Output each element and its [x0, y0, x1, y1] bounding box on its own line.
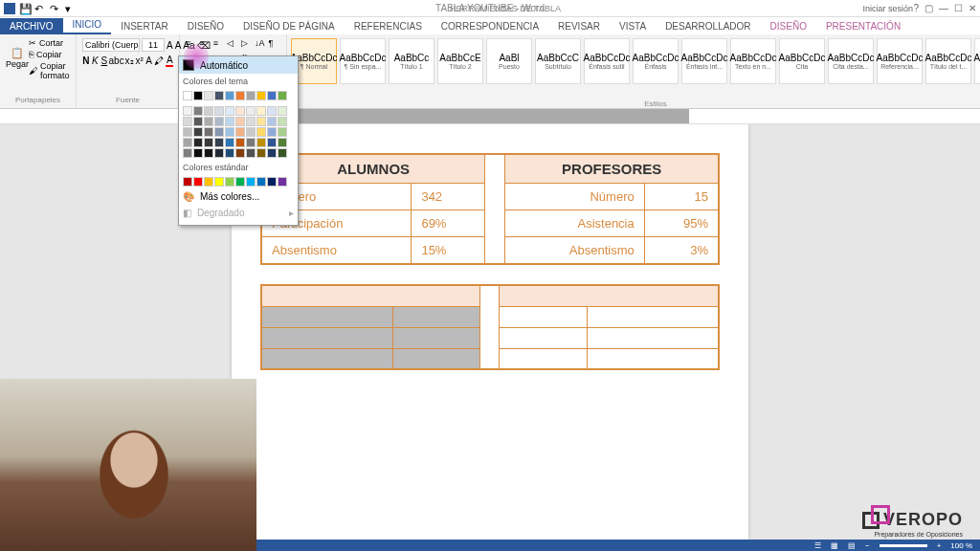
tab-diseno[interactable]: DISEÑO	[178, 18, 234, 34]
color-swatch[interactable]	[204, 148, 213, 158]
color-swatch[interactable]	[225, 127, 234, 137]
style-t-tulo-1[interactable]: AaBbCcTítulo 1	[389, 38, 434, 84]
color-automatic[interactable]: Automático	[179, 56, 298, 74]
color-swatch[interactable]	[193, 138, 203, 147]
cell[interactable]	[588, 348, 719, 369]
color-swatch[interactable]	[225, 138, 234, 147]
ribbon-collapse-icon[interactable]: ▢	[924, 3, 933, 13]
color-swatch[interactable]	[193, 177, 203, 187]
help-icon[interactable]: ?	[913, 3, 919, 13]
color-swatch[interactable]	[183, 91, 192, 100]
color-swatch[interactable]	[267, 127, 277, 137]
color-swatch[interactable]	[214, 138, 224, 147]
color-swatch[interactable]	[256, 177, 266, 187]
sort-button[interactable]: ↓A	[255, 38, 266, 52]
redo-icon[interactable]: ↷	[50, 3, 61, 14]
underline-button[interactable]: S	[100, 54, 108, 67]
undo-icon[interactable]: ↶	[34, 3, 46, 14]
cell-selected[interactable]	[261, 327, 392, 348]
style--nfasis-sutil[interactable]: AaBbCcDcÉnfasis sutil	[584, 38, 630, 84]
paste-button[interactable]: 📋 Pegar	[6, 38, 29, 77]
qat-more-icon[interactable]: ▾	[65, 3, 77, 14]
color-swatch[interactable]	[193, 117, 203, 126]
color-swatch[interactable]	[246, 91, 256, 100]
color-swatch[interactable]	[183, 138, 192, 147]
color-swatch[interactable]	[193, 148, 203, 158]
color-swatch[interactable]	[235, 138, 245, 147]
page[interactable]: ALUMNOS PROFESORES Número 342 Número 15 …	[232, 124, 748, 540]
maximize-icon[interactable]: ☐	[954, 3, 963, 13]
cell[interactable]	[500, 306, 588, 327]
cell[interactable]: Número	[505, 184, 644, 210]
style-cita[interactable]: AaBbCcDcCita	[779, 38, 825, 84]
color-swatch[interactable]	[214, 106, 224, 116]
tab-diseno-pagina[interactable]: DISEÑO DE PÁGINA	[234, 18, 345, 34]
color-swatch[interactable]	[267, 106, 277, 116]
style-cita-desta-[interactable]: AaBbCcDcCita desta...	[828, 38, 874, 84]
zoom-level[interactable]: 100 %	[950, 541, 972, 550]
color-swatch[interactable]	[278, 138, 287, 147]
copy-button[interactable]: ⎘Copiar	[29, 50, 70, 59]
tab-referencias[interactable]: REFERENCIAS	[345, 18, 432, 34]
grow-font-icon[interactable]: A	[167, 38, 173, 52]
color-swatch[interactable]	[235, 148, 245, 158]
cell[interactable]: 3%	[644, 237, 719, 265]
table-1[interactable]: ALUMNOS PROFESORES Número 342 Número 15 …	[260, 153, 720, 265]
cell[interactable]	[588, 327, 719, 348]
style-subt-tulo[interactable]: AaBbCcCSubtítulo	[535, 38, 581, 84]
color-swatch[interactable]	[235, 117, 245, 126]
italic-button[interactable]: K	[92, 54, 100, 67]
color-swatch[interactable]	[267, 138, 277, 147]
color-swatch[interactable]	[256, 127, 266, 137]
tab-table-diseno[interactable]: DISEÑO	[761, 18, 816, 34]
color-swatch[interactable]	[256, 148, 266, 158]
color-swatch[interactable]	[278, 177, 287, 187]
sign-in-link[interactable]: Iniciar sesión	[862, 4, 913, 13]
gradient-menu[interactable]: ◧Degradado▸	[179, 205, 298, 221]
color-swatch[interactable]	[256, 91, 266, 100]
view-read-icon[interactable]: ☰	[814, 541, 821, 550]
color-swatch[interactable]	[278, 91, 287, 100]
color-swatch[interactable]	[235, 91, 245, 100]
color-swatch[interactable]	[193, 91, 203, 100]
style-t-tulo-2[interactable]: AaBbCcETítulo 2	[437, 38, 483, 84]
color-swatch[interactable]	[183, 117, 192, 126]
color-swatch[interactable]	[256, 138, 266, 147]
tab-correspondencia[interactable]: CORRESPONDENCIA	[432, 18, 548, 34]
table-2[interactable]	[260, 284, 720, 370]
show-marks-button[interactable]: ¶	[269, 38, 280, 52]
color-swatch[interactable]	[214, 148, 224, 158]
table1-header-right[interactable]: PROFESORES	[505, 154, 719, 184]
color-swatch[interactable]	[235, 106, 245, 116]
color-swatch[interactable]	[246, 148, 256, 158]
color-swatch[interactable]	[267, 148, 277, 158]
style--nfasis[interactable]: AaBbCcDcÉnfasis	[633, 38, 679, 84]
cell[interactable]: Absentismo	[505, 237, 644, 265]
save-icon[interactable]: 💾	[19, 3, 31, 14]
style-texto-en-n-[interactable]: AaBbCcDcTexto en n...	[730, 38, 776, 84]
view-print-icon[interactable]: ▦	[831, 541, 838, 550]
cell-selected[interactable]	[261, 348, 392, 369]
color-swatch[interactable]	[246, 117, 256, 126]
highlight-button[interactable]: 🖍	[154, 54, 164, 67]
style-referencia-[interactable]: AaBbCcDcReferencia...	[877, 38, 923, 84]
color-swatch[interactable]	[193, 127, 203, 137]
text-effects-button[interactable]: A	[145, 54, 153, 67]
color-swatch[interactable]	[204, 117, 213, 126]
color-swatch[interactable]	[235, 127, 245, 137]
strike-button[interactable]: abc	[110, 54, 123, 67]
style-puesto[interactable]: AaBlPuesto	[486, 38, 532, 84]
minimize-icon[interactable]: —	[939, 3, 948, 13]
color-swatch[interactable]	[204, 106, 213, 116]
color-swatch[interactable]	[214, 127, 224, 137]
color-swatch[interactable]	[183, 106, 192, 116]
horizontal-ruler[interactable]	[0, 109, 980, 124]
color-swatch[interactable]	[214, 117, 224, 126]
color-swatch[interactable]	[193, 106, 203, 116]
tab-desarrollador[interactable]: DESARROLLADOR	[656, 18, 760, 34]
tab-file[interactable]: ARCHIVO	[0, 18, 63, 34]
tab-inicio[interactable]: INICIO	[63, 16, 112, 34]
style-t-tulo-del-t-[interactable]: AaBbCcDcTítulo del t...	[925, 38, 971, 84]
view-web-icon[interactable]: ▤	[848, 541, 856, 550]
styles-gallery[interactable]: AaBbCcDc¶ NormalAaBbCcDc¶ Sin espa...AaB…	[287, 34, 980, 99]
